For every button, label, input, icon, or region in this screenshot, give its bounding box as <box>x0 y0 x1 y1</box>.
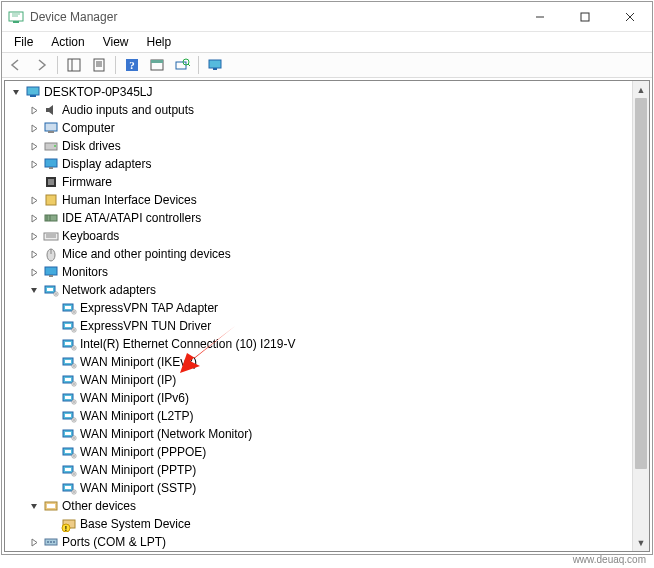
tree-row-cat-10-child-10[interactable]: WAN Miniport (SSTP) <box>5 479 632 497</box>
toolbar-separator <box>198 56 199 74</box>
svg-point-85 <box>50 541 52 543</box>
tree-node-label: WAN Miniport (IP) <box>80 373 176 387</box>
tree-row-cat-3[interactable]: Display adapters <box>5 155 632 173</box>
tree-row-cat-10-child-8[interactable]: WAN Miniport (PPPOE) <box>5 443 632 461</box>
svg-text:!: ! <box>65 525 67 532</box>
tree-row-cat-1[interactable]: Computer <box>5 119 632 137</box>
menu-view[interactable]: View <box>95 33 137 51</box>
tree-node-label: DESKTOP-0P345LJ <box>44 85 153 99</box>
ide-icon <box>42 210 60 226</box>
scroll-up-button[interactable]: ▲ <box>633 81 649 98</box>
tree-row-cat-11-child-0[interactable]: ! Base System Device <box>5 515 632 533</box>
expander-icon[interactable] <box>27 502 42 511</box>
svg-rect-61 <box>65 396 71 399</box>
expander-icon[interactable] <box>27 538 42 547</box>
expander-icon[interactable] <box>27 106 42 115</box>
expander-icon[interactable] <box>27 286 42 295</box>
tree-row-cat-10-child-6[interactable]: WAN Miniport (L2TP) <box>5 407 632 425</box>
expander-icon[interactable] <box>27 214 42 223</box>
network-icon <box>42 282 60 298</box>
svg-rect-19 <box>209 60 221 68</box>
tree-row-cat-2[interactable]: Disk drives <box>5 137 632 155</box>
minimize-button[interactable] <box>517 2 562 31</box>
network-icon <box>60 444 78 460</box>
tree-row-cat-8[interactable]: Mice and other pointing devices <box>5 245 632 263</box>
svg-rect-41 <box>49 275 53 277</box>
expander-icon[interactable] <box>27 160 42 169</box>
tree-row-cat-4[interactable]: Firmware <box>5 173 632 191</box>
network-icon <box>60 390 78 406</box>
svg-rect-46 <box>65 306 71 309</box>
expander-icon[interactable] <box>27 232 42 241</box>
tree-row-cat-9[interactable]: Monitors <box>5 263 632 281</box>
tree-node-label: ExpressVPN TAP Adapter <box>80 301 218 315</box>
forward-button[interactable] <box>29 54 53 76</box>
computer-icon <box>42 120 60 136</box>
svg-rect-55 <box>65 360 71 363</box>
menu-file[interactable]: File <box>6 33 41 51</box>
maximize-button[interactable] <box>562 2 607 31</box>
expander-icon[interactable] <box>27 124 42 133</box>
tree-row-cat-10-child-0[interactable]: ExpressVPN TAP Adapter <box>5 299 632 317</box>
tree-row-cat-0[interactable]: Audio inputs and outputs <box>5 101 632 119</box>
svg-rect-8 <box>94 59 104 71</box>
svg-rect-58 <box>65 378 71 381</box>
tree-row-cat-6[interactable]: IDE ATA/ATAPI controllers <box>5 209 632 227</box>
tree-row-cat-12[interactable]: Ports (COM & LPT) <box>5 533 632 551</box>
network-icon <box>60 372 78 388</box>
monitor-icon <box>42 264 60 280</box>
toolbar-separator <box>115 56 116 74</box>
svg-rect-3 <box>581 13 589 21</box>
tree-row-cat-10-child-9[interactable]: WAN Miniport (PPTP) <box>5 461 632 479</box>
tree-row-cat-10[interactable]: Network adapters <box>5 281 632 299</box>
tree-row-cat-10-child-2[interactable]: Intel(R) Ethernet Connection (10) I219-V <box>5 335 632 353</box>
hid-icon <box>42 192 60 208</box>
network-icon <box>60 426 78 442</box>
tree-node-label: WAN Miniport (SSTP) <box>80 481 196 495</box>
tree-row-cat-11[interactable]: Other devices <box>5 497 632 515</box>
disk-icon <box>42 138 60 154</box>
svg-rect-70 <box>65 450 71 453</box>
toolbar: ? <box>2 52 652 78</box>
expander-icon[interactable] <box>27 268 42 277</box>
tree-row-cat-5[interactable]: Human Interface Devices <box>5 191 632 209</box>
device-view-button[interactable] <box>203 54 227 76</box>
expander-icon[interactable] <box>27 196 42 205</box>
device-tree[interactable]: DESKTOP-0P345LJ Audio inputs and outputs… <box>5 81 632 551</box>
vertical-scrollbar[interactable]: ▲ ▼ <box>632 81 649 551</box>
ports-icon <box>42 534 60 550</box>
tree-row-cat-10-child-3[interactable]: WAN Miniport (IKEv2) <box>5 353 632 371</box>
tree-node-label: Human Interface Devices <box>62 193 197 207</box>
expander-icon[interactable] <box>27 250 42 259</box>
tree-node-label: WAN Miniport (IKEv2) <box>80 355 197 369</box>
properties-button[interactable] <box>87 54 111 76</box>
svg-rect-6 <box>68 59 80 71</box>
close-button[interactable] <box>607 2 652 31</box>
other-icon <box>42 498 60 514</box>
scan-hardware-button[interactable] <box>170 54 194 76</box>
tree-row-cat-10-child-4[interactable]: WAN Miniport (IP) <box>5 371 632 389</box>
svg-rect-49 <box>65 324 71 327</box>
scroll-down-button[interactable]: ▼ <box>633 534 649 551</box>
menubar: File Action View Help <box>2 32 652 52</box>
show-hide-console-tree-button[interactable] <box>62 54 86 76</box>
expander-icon[interactable] <box>9 88 24 97</box>
action-button[interactable] <box>145 54 169 76</box>
scroll-track[interactable] <box>633 98 649 534</box>
tree-row-cat-10-child-7[interactable]: WAN Miniport (Network Monitor) <box>5 425 632 443</box>
tree-row-cat-7[interactable]: Keyboards <box>5 227 632 245</box>
back-button[interactable] <box>4 54 28 76</box>
window-buttons <box>517 2 652 31</box>
svg-rect-64 <box>65 414 71 417</box>
help-button[interactable]: ? <box>120 54 144 76</box>
menu-action[interactable]: Action <box>43 33 92 51</box>
tree-row-cat-10-child-1[interactable]: ExpressVPN TUN Driver <box>5 317 632 335</box>
warn-icon: ! <box>60 516 78 532</box>
expander-icon[interactable] <box>27 142 42 151</box>
svg-rect-20 <box>213 68 217 70</box>
menu-help[interactable]: Help <box>139 33 180 51</box>
svg-rect-43 <box>47 288 53 291</box>
tree-row-root[interactable]: DESKTOP-0P345LJ <box>5 83 632 101</box>
scroll-thumb[interactable] <box>635 98 647 469</box>
tree-row-cat-10-child-5[interactable]: WAN Miniport (IPv6) <box>5 389 632 407</box>
